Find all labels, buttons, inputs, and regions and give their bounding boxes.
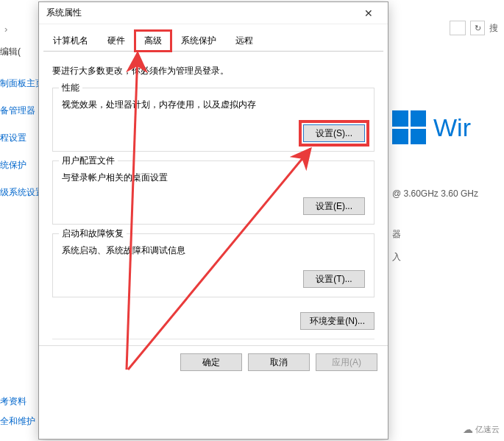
user-profile-settings-button[interactable]: 设置(E)... xyxy=(303,197,365,215)
system-properties-dialog: 系统属性 ✕ 计算机名 硬件 高级 系统保护 远程 要进行大多数更改，你必须作为… xyxy=(38,1,388,440)
dialog-content: 要进行大多数更改，你必须作为管理员登录。 性能 视觉效果，处理器计划，内存使用，… xyxy=(39,52,388,311)
user-profile-group: 用户配置文件 与登录帐户相关的桌面设置 设置(E)... xyxy=(52,160,375,225)
environment-variables-button[interactable]: 环境变量(N)... xyxy=(300,312,375,330)
startup-recovery-group-desc: 系统启动、系统故障和调试信息 xyxy=(62,244,365,257)
ok-button[interactable]: 确定 xyxy=(180,353,242,371)
performance-group-title: 性能 xyxy=(59,82,82,94)
close-icon: ✕ xyxy=(364,7,373,19)
cpu-info-label: @ 3.60GHz 3.60 GHz xyxy=(392,188,498,199)
tab-hardware[interactable]: 硬件 xyxy=(98,30,135,52)
nav-forward-icon[interactable]: › xyxy=(4,24,7,35)
dialog-title: 系统属性 xyxy=(46,7,82,19)
watermark-cloud-icon: ☁ xyxy=(463,423,473,435)
side-info-2: 入 xyxy=(392,251,498,264)
watermark: ☁ 亿速云 xyxy=(463,423,500,435)
startup-recovery-group: 启动和故障恢复 系统启动、系统故障和调试信息 设置(T)... xyxy=(52,233,375,297)
side-info-1: 器 xyxy=(392,228,498,241)
security-maintenance-link[interactable]: 全和维护 xyxy=(0,415,35,428)
tab-system-protection[interactable]: 系统保护 xyxy=(171,30,226,52)
device-manager-link[interactable]: 备管理器 xyxy=(0,105,37,117)
remote-settings-link[interactable]: 程设置 xyxy=(0,132,37,144)
performance-settings-button[interactable]: 设置(S)... xyxy=(303,124,365,142)
user-profile-group-title: 用户配置文件 xyxy=(59,155,118,167)
refresh-icon[interactable]: ↻ xyxy=(470,21,485,35)
search-label: 搜 xyxy=(489,22,498,35)
edit-menu-fragment[interactable]: 编辑( xyxy=(0,46,37,58)
windows-logo-icon xyxy=(392,110,426,144)
control-panel-home-link[interactable]: 制面板主页 xyxy=(0,77,37,90)
startup-recovery-settings-button[interactable]: 设置(T)... xyxy=(303,270,365,288)
tab-strip: 计算机名 硬件 高级 系统保护 远程 xyxy=(43,30,383,52)
tab-advanced[interactable]: 高级 xyxy=(135,30,171,52)
advanced-system-link[interactable]: 级系统设置 xyxy=(0,186,37,199)
startup-recovery-group-title: 启动和故障恢复 xyxy=(59,227,127,240)
cancel-button[interactable]: 取消 xyxy=(248,353,310,371)
tab-computer-name[interactable]: 计算机名 xyxy=(43,30,98,52)
watermark-text: 亿速云 xyxy=(475,424,500,435)
path-fragment-input[interactable] xyxy=(450,21,466,35)
apply-button[interactable]: 应用(A) xyxy=(316,353,377,371)
close-button[interactable]: ✕ xyxy=(355,3,382,24)
dialog-separator xyxy=(52,339,375,339)
dialog-titlebar: 系统属性 ✕ xyxy=(39,2,388,24)
admin-notice-label: 要进行大多数更改，你必须作为管理员登录。 xyxy=(52,65,375,77)
performance-group-desc: 视觉效果，处理器计划，内存使用，以及虚拟内存 xyxy=(62,99,365,111)
dialog-footer: 确定 取消 应用(A) xyxy=(39,345,388,380)
user-profile-group-desc: 与登录帐户相关的桌面设置 xyxy=(62,172,365,184)
performance-group: 性能 视觉效果，处理器计划，内存使用，以及虚拟内存 设置(S)... xyxy=(52,88,375,152)
tab-remote[interactable]: 远程 xyxy=(226,30,263,52)
windows-text-fragment: Wir xyxy=(433,113,471,142)
see-also-link[interactable]: 考资料 xyxy=(0,395,35,408)
system-protection-link[interactable]: 统保护 xyxy=(0,159,37,172)
